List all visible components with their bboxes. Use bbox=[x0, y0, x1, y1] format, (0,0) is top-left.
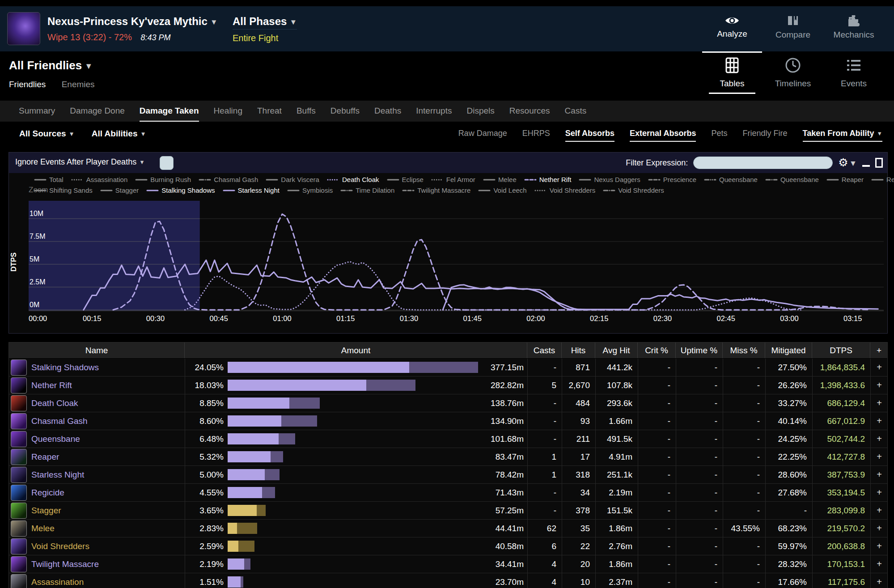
tab-debuffs[interactable]: Debuffs bbox=[330, 101, 360, 122]
ability-name[interactable]: Death Cloak bbox=[31, 398, 78, 408]
ignore-deaths-dropdown[interactable]: Ignore Events After Player Deaths▼ bbox=[15, 157, 145, 167]
mode-pets[interactable]: Pets bbox=[711, 129, 727, 138]
expand-row-button[interactable]: + bbox=[870, 430, 888, 448]
mode-ehrps[interactable]: EHRPS bbox=[522, 129, 550, 138]
column-header-crit-[interactable]: Crit % bbox=[638, 343, 676, 358]
tab-deaths[interactable]: Deaths bbox=[374, 101, 401, 122]
tab-interrupts[interactable]: Interrupts bbox=[416, 101, 452, 122]
nav-compare[interactable]: Compare bbox=[763, 13, 823, 40]
legend-void-shredders[interactable]: Void Shredders bbox=[534, 186, 596, 194]
column-header-avg-hit[interactable]: Avg Hit bbox=[595, 343, 638, 358]
maximize-icon[interactable] bbox=[875, 158, 883, 168]
view-tables[interactable]: Tables bbox=[702, 57, 763, 89]
phase-selector[interactable]: All Phases▼ bbox=[233, 15, 297, 30]
expand-row-button[interactable]: + bbox=[870, 520, 888, 537]
target-selector[interactable]: All Friendlies▼ bbox=[9, 59, 93, 72]
tab-buffs[interactable]: Buffs bbox=[297, 101, 316, 122]
legend-nether-rift[interactable]: Nether Rift bbox=[524, 176, 572, 183]
tab-damage-taken[interactable]: Damage Taken bbox=[140, 101, 199, 122]
legend-twilight-massacre[interactable]: Twilight Massacre bbox=[402, 186, 470, 194]
ability-name[interactable]: Stalking Shadows bbox=[31, 363, 99, 372]
ability-name[interactable]: Starless Night bbox=[31, 470, 84, 480]
column-header-miss-[interactable]: Miss % bbox=[723, 343, 765, 358]
queensbane-spell-icon[interactable] bbox=[11, 431, 27, 447]
ability-name[interactable]: Melee bbox=[31, 524, 55, 533]
expand-row-button[interactable]: + bbox=[870, 537, 888, 555]
column-header-amount[interactable]: Amount bbox=[185, 343, 527, 358]
nav-mechanics[interactable]: Mechanics bbox=[823, 13, 884, 40]
stalking-shadows-spell-icon[interactable] bbox=[11, 360, 27, 376]
boss-portrait-icon[interactable] bbox=[7, 12, 40, 45]
tab-casts[interactable]: Casts bbox=[565, 101, 587, 122]
nether-rift-spell-icon[interactable] bbox=[11, 377, 27, 393]
melee-spell-icon[interactable] bbox=[11, 520, 27, 537]
ability-name[interactable]: Queensbane bbox=[31, 434, 80, 444]
dtps-chart[interactable]: 0M2.5M5M7.5M10M00:0000:1500:3000:4501:00… bbox=[9, 195, 887, 330]
legend-void-shredders[interactable]: Void Shredders bbox=[603, 186, 664, 194]
regicide-spell-icon[interactable] bbox=[11, 485, 27, 501]
tab-friendlies[interactable]: Friendlies bbox=[9, 80, 46, 89]
column-header-name[interactable]: Name bbox=[9, 343, 185, 358]
expand-row-button[interactable]: + bbox=[870, 394, 888, 412]
expand-row-button[interactable]: + bbox=[870, 376, 888, 394]
ability-name[interactable]: Assassination bbox=[31, 577, 84, 587]
expand-row-button[interactable]: + bbox=[870, 466, 888, 483]
ability-name[interactable]: Stagger bbox=[31, 506, 61, 516]
filter-expression-input[interactable] bbox=[693, 157, 833, 169]
taken-from-ability-dropdown[interactable]: Taken From Ability▼ bbox=[803, 129, 883, 138]
column-header-mitigated[interactable]: Mitigated bbox=[765, 343, 812, 358]
legend-regicide[interactable]: Regicide bbox=[871, 176, 894, 183]
legend-nexus-daggers[interactable]: Nexus Daggers bbox=[579, 176, 640, 183]
legend-symbiosis[interactable]: Symbiosis bbox=[287, 186, 333, 194]
ability-name[interactable]: Void Shredders bbox=[31, 541, 89, 551]
legend-queensbane[interactable]: Queensbane bbox=[765, 176, 819, 183]
tab-enemies[interactable]: Enemies bbox=[62, 80, 95, 89]
mode-friendly-fire[interactable]: Friendly Fire bbox=[742, 129, 787, 138]
column-header--[interactable]: + bbox=[870, 343, 888, 358]
legend-stagger[interactable]: Stagger bbox=[100, 186, 139, 194]
ability-name[interactable]: Twilight Massacre bbox=[31, 559, 99, 569]
expand-row-button[interactable]: + bbox=[870, 359, 888, 376]
expand-row-button[interactable]: + bbox=[870, 555, 888, 573]
expand-row-button[interactable]: + bbox=[870, 412, 888, 430]
gear-icon[interactable]: ⚙▼ bbox=[838, 156, 857, 169]
legend-reaper[interactable]: Reaper bbox=[826, 176, 864, 183]
nav-analyze[interactable]: Analyze bbox=[702, 13, 763, 40]
legend-total[interactable]: Total bbox=[34, 176, 64, 183]
ability-name[interactable]: Chasmal Gash bbox=[31, 416, 88, 426]
legend-shifting-sands[interactable]: Shifting Sands bbox=[34, 186, 93, 194]
legend-time-dilation[interactable]: Time Dilation bbox=[340, 186, 394, 194]
minimize-icon[interactable] bbox=[862, 165, 870, 167]
expand-row-button[interactable]: + bbox=[870, 448, 888, 465]
starless-night-spell-icon[interactable] bbox=[11, 467, 27, 483]
legend-queensbane[interactable]: Queensbane bbox=[704, 176, 758, 183]
legend-melee[interactable]: Melee bbox=[483, 176, 517, 183]
legend-void-leech[interactable]: Void Leech bbox=[478, 186, 526, 194]
column-header-uptime-[interactable]: Uptime % bbox=[676, 343, 723, 358]
expand-row-button[interactable]: + bbox=[870, 573, 888, 588]
column-header-dtps[interactable]: DTPS bbox=[812, 343, 870, 358]
mode-self-absorbs[interactable]: Self Absorbs bbox=[565, 129, 614, 138]
legend-death-cloak[interactable]: Death Cloak bbox=[327, 176, 379, 183]
view-timelines[interactable]: Timelines bbox=[763, 57, 823, 89]
column-header-casts[interactable]: Casts bbox=[527, 343, 562, 358]
death-cloak-spell-icon[interactable] bbox=[11, 395, 27, 411]
column-header-hits[interactable]: Hits bbox=[562, 343, 595, 358]
stagger-spell-icon[interactable] bbox=[11, 503, 27, 519]
legend-dark-viscera[interactable]: Dark Viscera bbox=[266, 176, 319, 183]
ability-name[interactable]: Nether Rift bbox=[31, 381, 72, 390]
twilight-massacre-spell-icon[interactable] bbox=[11, 556, 27, 572]
legend-burning-rush[interactable]: Burning Rush bbox=[135, 176, 191, 183]
ability-name[interactable]: Regicide bbox=[31, 488, 64, 498]
expand-row-button[interactable]: + bbox=[870, 502, 888, 519]
legend-chasmal-gash[interactable]: Chasmal Gash bbox=[199, 176, 258, 183]
legend-stalking-shadows[interactable]: Stalking Shadows bbox=[146, 186, 215, 194]
all-sources-dropdown[interactable]: All Sources▼ bbox=[19, 129, 75, 139]
view-events[interactable]: Events bbox=[823, 57, 884, 89]
ability-name[interactable]: Reaper bbox=[31, 452, 59, 462]
tab-damage-done[interactable]: Damage Done bbox=[70, 101, 125, 122]
tab-resources[interactable]: Resources bbox=[509, 101, 550, 122]
tab-dispels[interactable]: Dispels bbox=[466, 101, 494, 122]
assassination-spell-icon[interactable] bbox=[11, 574, 27, 588]
tab-threat[interactable]: Threat bbox=[257, 101, 282, 122]
